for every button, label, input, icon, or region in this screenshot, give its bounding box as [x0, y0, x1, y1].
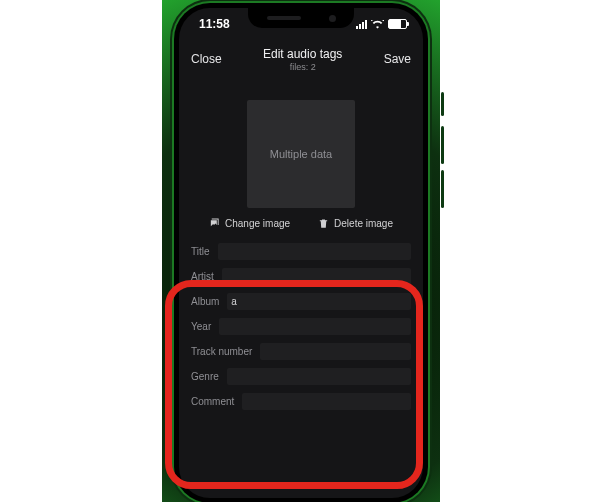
save-button[interactable]: Save: [384, 52, 411, 66]
notch: [248, 8, 354, 28]
field-track-number: Track number: [191, 343, 411, 360]
field-artist: Artist: [191, 268, 411, 285]
artwork-placeholder[interactable]: Multiple data: [247, 100, 355, 208]
volume-up: [441, 126, 444, 164]
input-track-number[interactable]: [260, 343, 411, 360]
speaker: [267, 16, 301, 20]
label-comment: Comment: [191, 396, 234, 407]
phone-frame: 11:58 Close Edit audio tags files: 2 Sav…: [174, 3, 428, 502]
delete-image-button[interactable]: Delete image: [318, 218, 393, 229]
delete-image-label: Delete image: [334, 218, 393, 229]
wifi-icon: [371, 20, 384, 29]
field-title: Title: [191, 243, 411, 260]
volume-down: [441, 170, 444, 208]
change-image-button[interactable]: Change image: [209, 218, 290, 229]
nav-bar: Close Edit audio tags files: 2 Save: [179, 42, 423, 76]
front-camera: [329, 15, 336, 22]
label-year: Year: [191, 321, 211, 332]
signal-icon: [356, 20, 367, 29]
content: Multiple data Change image Delete image …: [179, 78, 423, 498]
nav-title: Edit audio tags: [222, 47, 384, 61]
field-genre: Genre: [191, 368, 411, 385]
input-album[interactable]: [227, 293, 411, 310]
label-artist: Artist: [191, 271, 214, 282]
screen: 11:58 Close Edit audio tags files: 2 Sav…: [179, 8, 423, 498]
trash-icon: [318, 218, 329, 229]
input-genre[interactable]: [227, 368, 411, 385]
input-year[interactable]: [219, 318, 411, 335]
label-genre: Genre: [191, 371, 219, 382]
battery-icon: [388, 19, 407, 29]
input-comment[interactable]: [242, 393, 411, 410]
image-icon: [209, 218, 220, 229]
nav-subtitle: files: 2: [222, 62, 384, 72]
label-album: Album: [191, 296, 219, 307]
image-actions: Change image Delete image: [191, 218, 411, 229]
label-title: Title: [191, 246, 210, 257]
status-time: 11:58: [199, 17, 230, 31]
change-image-label: Change image: [225, 218, 290, 229]
field-comment: Comment: [191, 393, 411, 410]
background: 11:58 Close Edit audio tags files: 2 Sav…: [162, 0, 440, 502]
input-title[interactable]: [218, 243, 411, 260]
input-artist[interactable]: [222, 268, 411, 285]
artwork-text: Multiple data: [270, 148, 332, 160]
side-button: [441, 92, 444, 116]
close-button[interactable]: Close: [191, 52, 222, 66]
field-year: Year: [191, 318, 411, 335]
label-track-number: Track number: [191, 346, 252, 357]
field-album: Album: [191, 293, 411, 310]
